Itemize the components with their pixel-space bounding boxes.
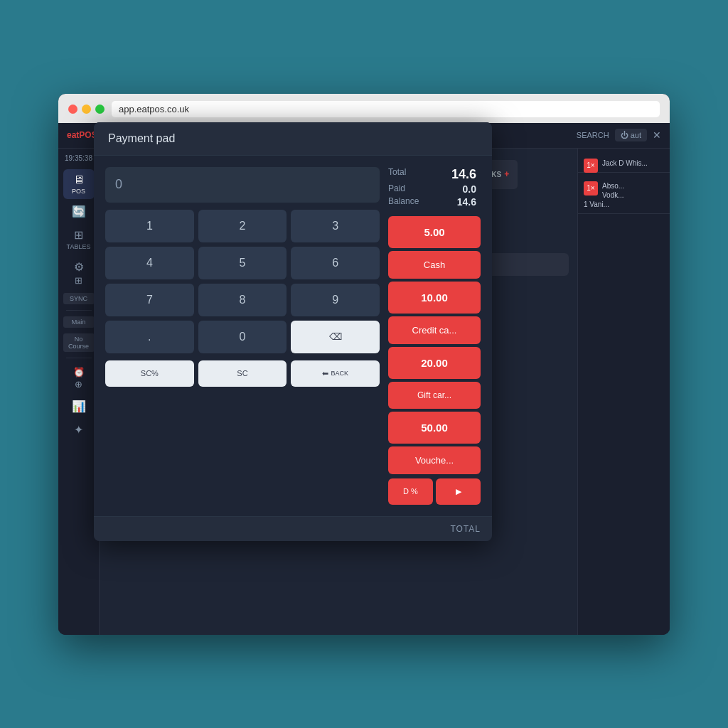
total-bar: TOTAL <box>94 516 492 541</box>
sc-button[interactable]: SC <box>198 360 287 387</box>
discount-button[interactable]: D % <box>388 478 433 505</box>
grid-icon: ⊞ <box>75 275 82 286</box>
preset-50[interactable]: 50.00 <box>388 412 481 444</box>
sidebar-item-orders[interactable]: 🔄 <box>63 200 95 223</box>
logout-button[interactable]: ⏻ aut <box>615 129 647 141</box>
key-2[interactable]: 2 <box>198 210 287 242</box>
payment-right: Total 14.6 Paid 0.0 Balance 14.6 5.00 Ca… <box>388 167 481 505</box>
tables-icon: ⊞ <box>74 228 83 242</box>
cash-button[interactable]: Cash <box>388 251 481 279</box>
gift-card-button[interactable]: Gift car... <box>388 382 481 409</box>
preset-20[interactable]: 20.00 <box>388 347 481 379</box>
balance-row: Balance 14.6 <box>388 196 476 208</box>
maximize-button[interactable] <box>95 105 105 114</box>
close-icon[interactable]: ✕ <box>653 129 661 141</box>
no-course-button[interactable]: NoCourse <box>63 333 95 352</box>
nav-right: SEARCH ⏻ aut ✕ <box>577 129 661 141</box>
order-qty-1: 1× <box>584 159 598 173</box>
pos-icon: 🖥 <box>73 173 85 186</box>
key-dot[interactable]: . <box>105 321 194 353</box>
key-0[interactable]: 0 <box>198 321 287 353</box>
total-value: 14.6 <box>451 167 476 182</box>
keypad: 1 2 3 4 5 6 7 8 9 . 0 ⌫ <box>105 210 380 353</box>
payment-modal: Payment pad 0 1 2 3 4 5 6 7 8 9 . 0 <box>94 122 492 541</box>
credit-card-button[interactable]: Credit ca... <box>388 316 481 344</box>
clock-icon: ⏰ <box>73 367 85 378</box>
sidebar-item-pos-label: POS <box>72 188 85 195</box>
paid-value: 0.0 <box>463 183 476 195</box>
divider-1 <box>66 310 92 311</box>
order-item-2[interactable]: 1× Abso...Vodk...1 Vani... <box>578 177 670 214</box>
chart-icon: 📊 <box>72 400 86 413</box>
payment-summary: Total 14.6 Paid 0.0 Balance 14.6 <box>388 167 481 208</box>
star-icon: ✦ <box>74 423 83 437</box>
balance-label: Balance <box>388 196 419 208</box>
order-qty-2: 1× <box>584 181 598 196</box>
sc-percent-button[interactable]: SC% <box>105 360 194 387</box>
key-7[interactable]: 7 <box>105 284 194 316</box>
settings-icon: ⚙ <box>74 260 84 274</box>
sidebar-item-pos[interactable]: 🖥 POS <box>63 169 95 199</box>
total-label: Total <box>388 167 406 182</box>
right-panel: 1× Jack D Whis... 1× Abso...Vodk...1 Van… <box>577 149 670 635</box>
add-soft-icon: + <box>504 169 509 179</box>
sidebar-item-settings[interactable]: ⚙ ⊞ <box>63 256 95 290</box>
key-4[interactable]: 4 <box>105 247 194 279</box>
sidebar-item-star[interactable]: ✦ <box>63 419 95 441</box>
preset-10[interactable]: 10.00 <box>388 282 481 314</box>
key-5[interactable]: 5 <box>198 247 287 279</box>
key-1[interactable]: 1 <box>105 210 194 242</box>
traffic-lights <box>68 105 105 114</box>
key-6[interactable]: 6 <box>291 247 380 279</box>
total-row: Total 14.6 <box>388 167 476 182</box>
back-icon: ⬅ <box>322 369 328 378</box>
browser-window: app.eatpos.co.uk eatPOS Main me New orde… <box>58 94 670 635</box>
sync-button[interactable]: SYNC <box>63 293 95 304</box>
url-bar[interactable]: app.eatpos.co.uk <box>112 101 660 117</box>
search-button[interactable]: SEARCH <box>577 131 609 139</box>
extra-button[interactable]: ▶ <box>436 478 481 505</box>
amount-display[interactable]: 0 <box>105 167 380 203</box>
sidebar-item-tour[interactable]: ⏰ ⊕ <box>63 363 95 394</box>
sidebar-item-tables-label: TABLES <box>67 243 91 250</box>
main-button[interactable]: Main <box>63 316 95 328</box>
payment-header: Payment pad <box>94 122 492 156</box>
preset-5[interactable]: 5.00 <box>388 216 481 248</box>
voucher-button[interactable]: Vouche... <box>388 446 481 474</box>
sidebar-item-reports[interactable]: 📊 <box>63 395 95 417</box>
sidebar-item-tables[interactable]: ⊞ TABLES <box>63 224 95 255</box>
paid-label: Paid <box>388 183 405 195</box>
plus-icon: ⊕ <box>75 379 82 390</box>
paid-row: Paid 0.0 <box>388 183 476 195</box>
close-button[interactable] <box>68 105 77 114</box>
key-9[interactable]: 9 <box>291 284 380 316</box>
key-8[interactable]: 8 <box>198 284 287 316</box>
order-item-1[interactable]: 1× Jack D Whis... <box>578 154 670 173</box>
orders-icon: 🔄 <box>72 205 86 218</box>
payment-left: 0 1 2 3 4 5 6 7 8 9 . 0 ⌫ <box>105 167 380 505</box>
key-3[interactable]: 3 <box>291 210 380 242</box>
balance-value: 14.6 <box>457 196 476 208</box>
browser-chrome: app.eatpos.co.uk <box>58 94 670 123</box>
minimize-button[interactable] <box>82 105 91 114</box>
divider-2 <box>66 358 92 358</box>
payment-body: 0 1 2 3 4 5 6 7 8 9 . 0 ⌫ <box>94 156 492 516</box>
back-button[interactable]: ⬅ BACK <box>291 360 380 387</box>
time-display: 19:35:38 <box>65 154 92 162</box>
key-backspace[interactable]: ⌫ <box>291 321 380 353</box>
brand-logo: eatPOS <box>67 130 97 140</box>
total-bar-label: TOTAL <box>450 524 481 534</box>
shortcut-row: SC% SC ⬅ BACK <box>105 360 380 387</box>
